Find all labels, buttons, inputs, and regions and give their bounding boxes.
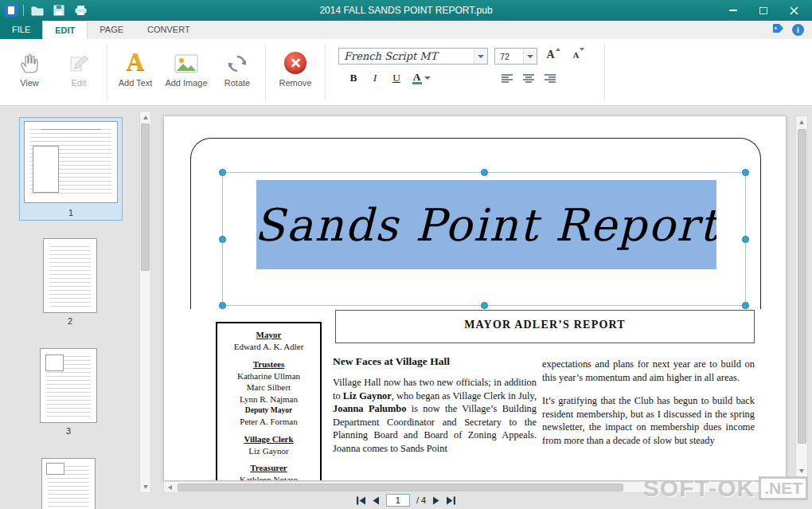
selection-handle[interactable] bbox=[481, 169, 488, 176]
scroll-down-button[interactable] bbox=[140, 481, 150, 492]
first-page-button[interactable] bbox=[356, 496, 366, 505]
close-button[interactable] bbox=[785, 3, 802, 18]
thumbnail-number: 3 bbox=[40, 426, 97, 436]
thumbnail-number: 2 bbox=[43, 316, 97, 326]
print-button[interactable] bbox=[72, 2, 88, 18]
thumbnail-page-3[interactable] bbox=[40, 348, 97, 423]
align-center-button[interactable] bbox=[520, 71, 537, 85]
thumbnail-scrollbar[interactable] bbox=[139, 111, 151, 493]
window-controls bbox=[724, 3, 807, 18]
decrease-font-button[interactable]: A bbox=[569, 48, 588, 65]
last-page-button[interactable] bbox=[446, 496, 456, 505]
group-separator bbox=[107, 44, 107, 101]
selection-handle[interactable] bbox=[219, 169, 226, 176]
scroll-right-button[interactable] bbox=[774, 482, 786, 492]
canvas-horizontal-scrollbar[interactable] bbox=[163, 481, 787, 493]
align-right-icon bbox=[544, 73, 556, 84]
font-name-combo[interactable]: French Script MT bbox=[338, 48, 488, 65]
document-title-text[interactable]: Sands Point Report bbox=[256, 199, 716, 251]
tabrow-right-icons: i bbox=[771, 21, 812, 39]
tab-convert[interactable]: CONVERT bbox=[135, 21, 202, 39]
thumbnail-page-1[interactable] bbox=[24, 121, 118, 203]
article-bold-name: Joanna Palumbo bbox=[333, 403, 406, 414]
previous-page-button[interactable] bbox=[373, 496, 380, 505]
article-body: Village Hall now has two new officials; … bbox=[333, 376, 537, 455]
tab-page[interactable]: PAGE bbox=[88, 21, 135, 39]
font-size-dropdown[interactable] bbox=[523, 49, 537, 64]
chevron-down-icon bbox=[527, 55, 533, 58]
scroll-up-button[interactable] bbox=[140, 112, 150, 123]
scroll-thumb[interactable] bbox=[798, 129, 806, 444]
masthead-line: Treasurer bbox=[217, 462, 320, 474]
font-color-button[interactable]: A bbox=[409, 70, 433, 86]
remove-button[interactable]: Remove bbox=[269, 41, 322, 100]
thumbnail-panel: 1 2 3 bbox=[0, 106, 153, 509]
underline-button[interactable]: U bbox=[388, 70, 405, 86]
scroll-thumb[interactable] bbox=[178, 484, 623, 491]
buy-button[interactable] bbox=[771, 22, 784, 37]
tab-file[interactable]: FILE bbox=[0, 21, 42, 39]
remove-label: Remove bbox=[279, 78, 312, 88]
tab-edit[interactable]: EDIT bbox=[42, 21, 88, 39]
triangle-up-icon bbox=[143, 116, 148, 119]
article-heading: New Faces at Village Hall bbox=[333, 355, 537, 368]
selection-handle[interactable] bbox=[219, 236, 226, 243]
canvas-vertical-scrollbar[interactable] bbox=[795, 116, 808, 478]
article-column-2[interactable]: expectations and plans for next year are… bbox=[542, 358, 755, 457]
selection-handle[interactable] bbox=[742, 169, 749, 176]
chevron-up-icon bbox=[556, 48, 560, 51]
increase-font-button[interactable]: A bbox=[544, 48, 563, 65]
triangle-left-icon bbox=[168, 485, 172, 490]
minimize-button[interactable] bbox=[724, 3, 742, 18]
add-image-button[interactable]: Add Image bbox=[160, 41, 213, 100]
text-selection-highlight: Sands Point Report bbox=[256, 180, 716, 269]
selection-handle[interactable] bbox=[481, 302, 488, 309]
masthead-box[interactable]: Mayor Edward A. K. Adler Trustees Kathar… bbox=[216, 322, 322, 481]
add-text-button[interactable]: A Add Text bbox=[111, 41, 160, 100]
align-right-button[interactable] bbox=[541, 71, 559, 85]
selection-handle[interactable] bbox=[742, 236, 749, 243]
edit-button[interactable]: Edit bbox=[54, 41, 103, 100]
article-column-1[interactable]: New Faces at Village Hall Village Hall n… bbox=[333, 355, 537, 455]
rotate-icon bbox=[226, 47, 248, 74]
scroll-left-button[interactable] bbox=[164, 482, 176, 492]
font-size-combo[interactable]: 72 bbox=[494, 48, 537, 65]
scroll-down-button[interactable] bbox=[796, 465, 807, 477]
scroll-up-button[interactable] bbox=[796, 116, 807, 128]
bold-button[interactable]: B bbox=[345, 70, 362, 86]
ribbon-tab-bar: FILE EDIT PAGE CONVERT i bbox=[0, 21, 812, 39]
thumbnail-box-stub bbox=[45, 354, 64, 370]
save-button[interactable] bbox=[51, 2, 67, 18]
ribbon-toolbar: View Edit A Add Text Add Image Rotate Re… bbox=[0, 39, 812, 106]
align-center-icon bbox=[522, 73, 535, 84]
info-button[interactable]: i bbox=[792, 24, 804, 36]
rotate-button[interactable]: Rotate bbox=[213, 41, 262, 100]
italic-button[interactable]: I bbox=[366, 70, 384, 86]
page-number-input[interactable] bbox=[386, 494, 410, 507]
triangle-right-icon bbox=[778, 485, 782, 490]
font-name-dropdown[interactable] bbox=[474, 49, 487, 64]
group-separator bbox=[265, 44, 266, 101]
masthead-line: Mayor bbox=[217, 329, 320, 341]
add-text-label: Add Text bbox=[119, 78, 153, 88]
masthead-line: Kathleen Notaro bbox=[217, 474, 320, 481]
add-image-label: Add Image bbox=[165, 78, 207, 88]
scroll-thumb[interactable] bbox=[141, 123, 150, 271]
document-page[interactable]: Sands Point Report MAYOR ADLER’S REPORT … bbox=[163, 116, 787, 481]
view-button[interactable]: View bbox=[5, 41, 54, 100]
masthead-line: Edward A. K. Adler bbox=[217, 341, 320, 353]
open-file-button[interactable] bbox=[29, 2, 45, 18]
next-page-button[interactable] bbox=[432, 496, 439, 505]
selection-handle[interactable] bbox=[219, 302, 226, 309]
maximize-button[interactable] bbox=[755, 3, 772, 18]
align-left-button[interactable] bbox=[498, 71, 516, 85]
masthead-line: Marc Silbert bbox=[217, 382, 320, 393]
page-navigation: / 4 bbox=[0, 493, 812, 507]
selected-text-box[interactable]: Sands Point Report bbox=[222, 172, 746, 306]
report-heading-box[interactable]: MAYOR ADLER’S REPORT bbox=[335, 310, 755, 343]
masthead-line: Village Clerk bbox=[217, 433, 320, 445]
selection-handle[interactable] bbox=[742, 302, 749, 309]
triangle-up-icon bbox=[799, 120, 804, 124]
close-icon bbox=[790, 6, 798, 15]
thumbnail-page-2[interactable] bbox=[43, 238, 97, 313]
